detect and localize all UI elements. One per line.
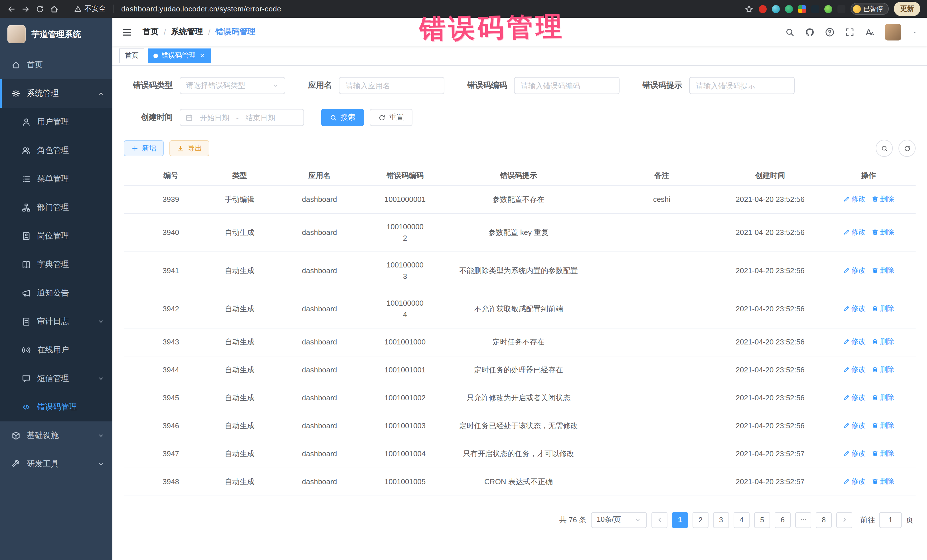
extension-icon-dark[interactable] bbox=[811, 5, 819, 13]
sidebar-item-user[interactable]: 用户管理 bbox=[0, 108, 112, 136]
page-next-button[interactable] bbox=[836, 512, 852, 528]
page-button-6[interactable]: 6 bbox=[775, 512, 791, 528]
page-button-4[interactable]: 4 bbox=[734, 512, 749, 528]
github-icon[interactable] bbox=[805, 27, 815, 37]
extension-icon-leaf[interactable] bbox=[824, 5, 832, 13]
help-icon[interactable] bbox=[825, 27, 834, 37]
sidebar-item-home[interactable]: 首页 bbox=[0, 51, 112, 79]
end-date-input[interactable] bbox=[242, 113, 279, 122]
reset-button[interactable]: 重置 bbox=[370, 109, 412, 126]
cell-time: 2021-04-20 23:52:56 bbox=[719, 290, 821, 328]
forward-icon[interactable] bbox=[21, 4, 30, 14]
sidebar-item-role[interactable]: 角色管理 bbox=[0, 136, 112, 165]
plus-icon bbox=[131, 144, 138, 152]
sidebar-item-dev-tools[interactable]: 研发工具 bbox=[0, 450, 112, 478]
tab-item[interactable]: 错误码管理 bbox=[148, 48, 211, 63]
tab-item[interactable]: 首页 bbox=[119, 48, 144, 63]
edit-link[interactable]: 修改 bbox=[843, 448, 866, 459]
extension-icon-teal[interactable] bbox=[772, 5, 780, 13]
start-date-input[interactable] bbox=[196, 113, 233, 122]
page-size-select[interactable]: 10条/页 bbox=[591, 512, 647, 528]
column-header: 创建时间 bbox=[719, 166, 821, 185]
sidebar-item-dict[interactable]: 字典管理 bbox=[0, 250, 112, 279]
cell-time: 2021-04-20 23:52:57 bbox=[719, 440, 821, 467]
sidebar-item-post[interactable]: 岗位管理 bbox=[0, 222, 112, 250]
extension-icon-green-badge[interactable] bbox=[785, 5, 793, 13]
sidebar-item-notice[interactable]: 通知公告 bbox=[0, 279, 112, 307]
date-range-picker[interactable]: - bbox=[180, 109, 304, 126]
table-body: 3939手动编辑dashboard1001000001参数配置不存在ceshi2… bbox=[124, 185, 916, 496]
type-select[interactable]: 请选择错误码类型 bbox=[180, 77, 285, 94]
sidebar-item-label: 用户管理 bbox=[37, 117, 104, 127]
bookmark-star-icon[interactable] bbox=[744, 4, 753, 14]
sidebar-item-error-code[interactable]: 错误码管理 bbox=[0, 393, 112, 422]
edit-link[interactable]: 修改 bbox=[843, 302, 866, 314]
delete-link[interactable]: 删除 bbox=[871, 335, 894, 347]
app-input[interactable] bbox=[339, 77, 444, 94]
edit-link[interactable]: 修改 bbox=[843, 392, 866, 403]
chevron-down-icon bbox=[97, 318, 104, 325]
edit-link[interactable]: 修改 bbox=[843, 226, 866, 238]
page-button-2[interactable]: 2 bbox=[693, 512, 708, 528]
hamburger-icon[interactable] bbox=[122, 27, 132, 37]
delete-link[interactable]: 删除 bbox=[871, 264, 894, 276]
search-button[interactable]: 搜索 bbox=[321, 109, 364, 126]
page-button-3[interactable]: 3 bbox=[713, 512, 729, 528]
code-input[interactable] bbox=[514, 77, 620, 94]
edit-link[interactable]: 修改 bbox=[843, 364, 866, 375]
page-button-5[interactable]: 5 bbox=[754, 512, 770, 528]
page-ellipsis[interactable] bbox=[795, 512, 811, 528]
sidebar-item-infra[interactable]: 基础设施 bbox=[0, 422, 112, 450]
page-button-8[interactable]: 8 bbox=[816, 512, 832, 528]
page-prev-button[interactable] bbox=[652, 512, 667, 528]
goto-page-input[interactable] bbox=[879, 512, 902, 528]
avatar[interactable] bbox=[885, 24, 901, 40]
update-button[interactable]: 更新 bbox=[894, 2, 920, 16]
extension-icon-red[interactable] bbox=[758, 5, 766, 13]
sidebar-item-dept[interactable]: 部门管理 bbox=[0, 193, 112, 222]
url-text[interactable]: dashboard.yudao.iocoder.cn/system/error-… bbox=[121, 5, 281, 13]
delete-link[interactable]: 删除 bbox=[871, 448, 894, 459]
breadcrumb-item[interactable]: 系统管理 bbox=[171, 27, 203, 37]
edit-link[interactable]: 修改 bbox=[843, 419, 866, 431]
sidebar-item-online-user[interactable]: 在线用户 bbox=[0, 336, 112, 364]
delete-link[interactable]: 删除 bbox=[871, 364, 894, 375]
delete-link[interactable]: 删除 bbox=[871, 392, 894, 403]
edit-link[interactable]: 修改 bbox=[843, 264, 866, 276]
delete-link[interactable]: 删除 bbox=[871, 475, 894, 487]
paused-badge[interactable]: 已暂停 bbox=[850, 3, 889, 15]
logo-row[interactable]: 芋道管理系统 bbox=[0, 18, 112, 51]
extension-icon-grid[interactable] bbox=[798, 5, 806, 13]
fullscreen-icon[interactable] bbox=[845, 27, 854, 37]
extension-icon-puzzle[interactable] bbox=[837, 5, 845, 13]
browser-home-icon[interactable] bbox=[50, 4, 59, 14]
delete-link[interactable]: 删除 bbox=[871, 302, 894, 314]
edit-link[interactable]: 修改 bbox=[843, 193, 866, 205]
search-icon[interactable] bbox=[785, 27, 795, 37]
breadcrumb-item[interactable]: 首页 bbox=[143, 27, 159, 37]
tab-close-icon[interactable] bbox=[199, 52, 205, 59]
hint-input[interactable] bbox=[689, 77, 795, 94]
page-button-1[interactable]: 1 bbox=[672, 512, 688, 528]
edit-link[interactable]: 修改 bbox=[843, 475, 866, 487]
sidebar-item-system[interactable]: 系统管理 bbox=[0, 79, 112, 108]
sidebar-item-menu[interactable]: 菜单管理 bbox=[0, 165, 112, 193]
delete-link[interactable]: 删除 bbox=[871, 226, 894, 238]
font-size-icon[interactable] bbox=[865, 27, 874, 37]
reload-icon[interactable] bbox=[35, 4, 44, 14]
export-button[interactable]: 导出 bbox=[169, 140, 209, 156]
delete-link[interactable]: 删除 bbox=[871, 419, 894, 431]
sidebar-item-audit-log[interactable]: 审计日志 bbox=[0, 307, 112, 336]
caret-down-icon[interactable] bbox=[912, 29, 918, 35]
sidebar-item-sms[interactable]: 短信管理 bbox=[0, 364, 112, 393]
refresh-table-button[interactable] bbox=[898, 140, 916, 157]
delete-link[interactable]: 删除 bbox=[871, 193, 894, 205]
security-chip[interactable]: 不安全 bbox=[74, 4, 106, 14]
back-icon[interactable] bbox=[7, 4, 16, 14]
edit-link[interactable]: 修改 bbox=[843, 335, 866, 347]
show-search-button[interactable] bbox=[876, 140, 893, 157]
cell-actions: 修改删除 bbox=[821, 252, 916, 290]
cell-app: dashboard bbox=[261, 440, 378, 467]
tab-bar: 首页错误码管理 bbox=[112, 46, 927, 65]
add-button[interactable]: 新增 bbox=[124, 140, 164, 156]
